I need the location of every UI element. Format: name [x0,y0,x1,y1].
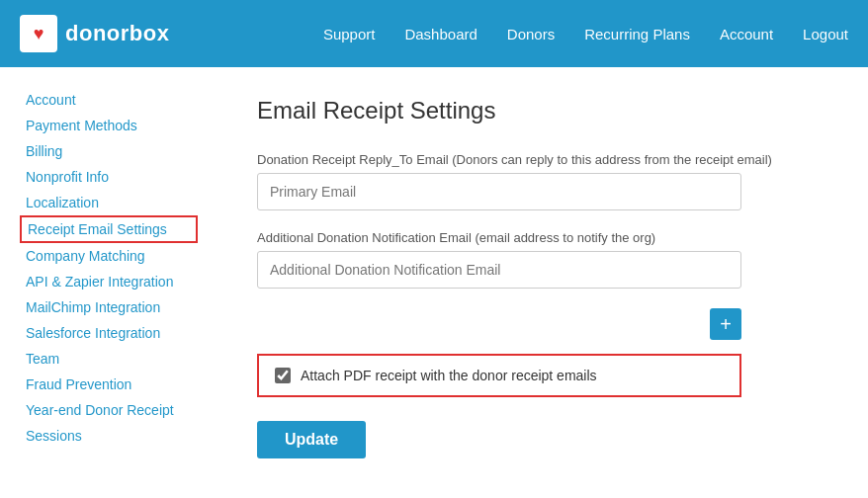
sidebar-payment-methods[interactable]: Payment Methods [20,113,198,138]
sidebar-api-zapier[interactable]: API & Zapier Integration [20,269,198,294]
update-button[interactable]: Update [257,421,366,458]
main-content: Email Receipt Settings Donation Receipt … [217,67,868,498]
logo-text: donorbox [65,21,169,46]
sidebar-mailchimp[interactable]: MailChimp Integration [20,294,198,320]
dashboard-link[interactable]: Dashboard [404,26,477,42]
sidebar-fraud-prevention[interactable]: Fraud Prevention [20,372,198,397]
sidebar-salesforce[interactable]: Salesforce Integration [20,320,198,346]
logout-link[interactable]: Logout [803,26,848,42]
additional-email-label: Additional Donation Notification Email (… [257,230,828,245]
primary-email-group: Donation Receipt Reply_To Email (Donors … [257,152,828,210]
pdf-receipt-label: Attach PDF receipt with the donor receip… [301,368,597,383]
plus-button-row: + [257,308,741,340]
sidebar: Account Payment Methods Billing Nonprofi… [0,67,217,498]
sidebar-year-end[interactable]: Year-end Donor Receipt [20,397,198,423]
account-nav-link[interactable]: Account [720,26,773,42]
main-layout: Account Payment Methods Billing Nonprofi… [0,67,868,498]
add-email-button[interactable]: + [710,308,741,340]
logo: ♥ donorbox [20,15,169,52]
pdf-receipt-checkbox[interactable] [275,368,291,383]
sidebar-sessions[interactable]: Sessions [20,423,198,449]
sidebar-localization[interactable]: Localization [20,190,198,215]
pdf-receipt-checkbox-section: Attach PDF receipt with the donor receip… [257,354,741,397]
logo-icon: ♥ [20,15,57,52]
page-title: Email Receipt Settings [257,97,828,124]
donors-link[interactable]: Donors [507,26,555,42]
support-link[interactable]: Support [323,26,376,42]
sidebar-company-matching[interactable]: Company Matching [20,243,198,269]
sidebar-billing[interactable]: Billing [20,138,198,164]
recurring-plans-link[interactable]: Recurring Plans [584,26,690,42]
primary-email-label: Donation Receipt Reply_To Email (Donors … [257,152,828,167]
sidebar-nonprofit-info[interactable]: Nonprofit Info [20,164,198,190]
logo-heart-icon: ♥ [34,24,44,44]
additional-email-input[interactable] [257,251,741,289]
nav-links: Support Dashboard Donors Recurring Plans… [323,26,848,42]
additional-email-group: Additional Donation Notification Email (… [257,230,828,289]
sidebar-team[interactable]: Team [20,346,198,372]
primary-email-input[interactable] [257,173,741,210]
top-nav: ♥ donorbox Support Dashboard Donors Recu… [0,0,868,67]
sidebar-receipt-email-settings[interactable]: Receipt Email Settings [20,215,198,243]
sidebar-account[interactable]: Account [20,87,198,113]
